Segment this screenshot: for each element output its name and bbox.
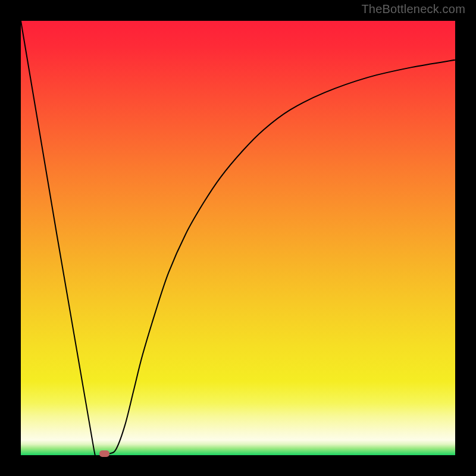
watermark-text: TheBottleneck.com xyxy=(361,2,465,16)
chart-svg xyxy=(21,21,455,455)
optimal-point-marker xyxy=(99,450,109,457)
chart-frame: TheBottleneck.com xyxy=(0,0,476,476)
background-gradient xyxy=(21,21,455,455)
plot-area xyxy=(21,21,455,455)
